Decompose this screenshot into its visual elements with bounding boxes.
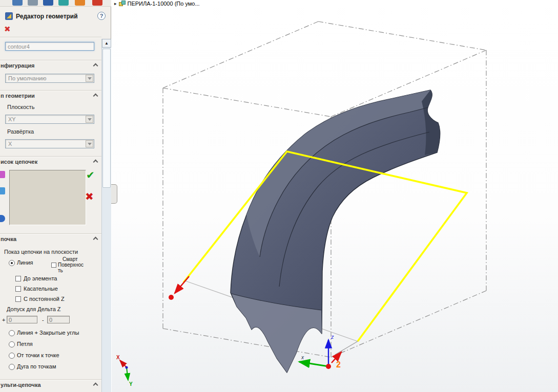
section-configuration[interactable]: нфигурация (1, 62, 34, 69)
sketch-tool-icon[interactable] (0, 171, 5, 178)
tangent-label: Касательные (24, 286, 58, 292)
top-toolbar (0, 0, 111, 7)
line-closed-corners-label: Линия + Закрытые углы (17, 330, 79, 336)
configuration-value: По умолчанию (8, 75, 46, 81)
toolbar-icon-1[interactable] (12, 0, 23, 6)
geometry-editor-icon (5, 12, 13, 20)
dropdown-arrow-icon[interactable] (86, 116, 93, 123)
loop-tool-icon[interactable] (0, 215, 5, 222)
chevron-up-icon[interactable] (93, 94, 98, 99)
dropdown-arrow-icon[interactable] (86, 75, 93, 82)
toolbar-icon-6[interactable] (92, 0, 102, 6)
scroll-up-icon[interactable]: ▲ (102, 39, 111, 48)
smart-surface-label-2: Поверхнос (58, 262, 84, 268)
toolbar-icon-2[interactable] (28, 0, 38, 6)
axis-z-label: z (330, 334, 334, 340)
unfold-value: X (8, 141, 12, 147)
section-multi-chain[interactable]: ульти-цепочка (1, 382, 41, 388)
assembly-icon (119, 1, 126, 7)
chain-listbox[interactable] (9, 170, 86, 225)
radio-arc-by-points[interactable] (9, 364, 15, 370)
origin-triad: z x (299, 334, 334, 369)
unfold-dropdown[interactable]: X (5, 139, 94, 148)
view-axis-y-label: Y (129, 381, 133, 387)
radio-line-label: Линия (17, 259, 33, 266)
plane-dropdown[interactable]: XY (5, 115, 94, 124)
feature-breadcrumb[interactable]: ▸ ПЕРИЛА-1-10000 (По умо... (114, 1, 200, 7)
smart-surface-label-3: ть (58, 268, 63, 273)
close-icon[interactable]: ✖ (4, 25, 11, 34)
view-triad: X Y (116, 355, 133, 387)
tolerance-minus-input[interactable] (47, 316, 70, 323)
radio-loop[interactable] (9, 341, 15, 347)
dropdown-arrow-icon[interactable] (86, 140, 93, 147)
delete-icon[interactable]: ✖ (85, 190, 94, 203)
section-chain[interactable]: почка (1, 236, 16, 242)
smart-surface-label-1: Смарт (63, 256, 78, 262)
separator (0, 90, 101, 91)
axis-x-label: x (301, 355, 304, 360)
breadcrumb-text[interactable]: ПЕРИЛА-1-10000 (По умо... (128, 1, 200, 7)
loop-label: Петля (17, 341, 33, 347)
contour-name-input[interactable] (5, 42, 94, 51)
model[interactable] (231, 90, 440, 373)
app-window: Редактор геометрий ? ✖ нфигурация По умо… (0, 0, 558, 392)
chevron-up-icon[interactable] (93, 237, 98, 242)
separator (0, 379, 101, 380)
toolbar-icon-5[interactable] (75, 0, 85, 6)
help-icon[interactable]: ? (97, 12, 106, 20)
geometry-editor-panel: Редактор геометрий ? ✖ нфигурация По умо… (0, 0, 111, 392)
direction-arrow-start (169, 276, 189, 300)
radio-line-closed-corners[interactable] (9, 330, 15, 336)
view-axis-x-label: X (116, 355, 120, 360)
radio-line[interactable] (9, 260, 15, 266)
plane-value: XY (8, 116, 16, 122)
plus-sign: + (2, 317, 5, 323)
viewport[interactable]: ▸ ПЕРИЛА-1-10000 (По умо... (112, 0, 558, 392)
show-chain-label: Показ цепочки на плоскости (4, 249, 78, 255)
constant-z-label: С постоянной Z (24, 296, 65, 302)
arc-by-points-label: Дуга по точкам (17, 363, 56, 369)
chain-number-label: 2 (336, 360, 341, 369)
panel-title: Редактор геометрий (16, 13, 78, 20)
configuration-dropdown[interactable]: По умолчанию (5, 74, 94, 83)
3d-scene: z x 2 X Y (112, 0, 558, 392)
checkbox-tangent[interactable] (15, 286, 21, 292)
checkbox-to-element[interactable] (15, 276, 21, 281)
to-element-label: До элемента (24, 275, 57, 281)
toolbar-icon-3[interactable] (43, 0, 53, 6)
edge-tool-icon[interactable] (0, 187, 5, 194)
tolerance-plus-input[interactable] (7, 316, 37, 323)
chain-tail (335, 341, 358, 355)
confirm-icon[interactable]: ✔ (86, 169, 95, 181)
separator (0, 37, 101, 38)
breadcrumb-arrow-icon[interactable]: ▸ (114, 1, 117, 6)
chevron-up-icon[interactable] (93, 160, 98, 165)
radio-point-to-point[interactable] (9, 353, 15, 359)
chevron-up-icon[interactable] (93, 383, 98, 388)
unfold-label: Развёртка (7, 128, 34, 135)
separator (0, 156, 101, 157)
chevron-up-icon[interactable] (93, 63, 98, 69)
plane-label: Плоскость (7, 104, 34, 110)
section-chain-list[interactable]: исок цепочек (1, 159, 37, 165)
section-geometry-type[interactable]: п геометрии (1, 93, 35, 99)
scrollbar-thumb[interactable] (102, 49, 111, 188)
checkbox-constant-z[interactable] (15, 296, 21, 302)
minus-sign: - (42, 317, 44, 323)
toolbar-icon-4[interactable] (58, 0, 69, 6)
panel-scrollbar[interactable]: ▲ (101, 39, 111, 392)
separator (0, 233, 101, 234)
tolerance-label: Допуск для Дельта Z (7, 306, 61, 312)
point-to-point-label: От точки к точке (17, 352, 59, 358)
separator (0, 60, 101, 61)
checkbox-smart-surface[interactable] (51, 263, 56, 268)
panel-splitter-handle[interactable] (111, 184, 117, 204)
